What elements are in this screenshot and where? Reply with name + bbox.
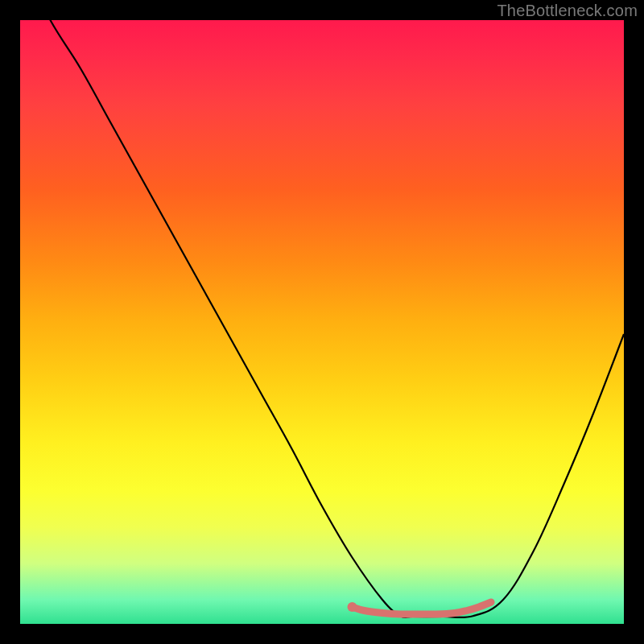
chart-svg	[20, 20, 624, 624]
optimal-point-marker	[348, 602, 357, 612]
watermark-text: TheBottleneck.com	[497, 2, 638, 20]
bottleneck-curve	[20, 0, 624, 617]
chart-container: TheBottleneck.com	[0, 0, 644, 644]
plot-area	[20, 20, 624, 624]
optimal-range-marker	[353, 602, 492, 614]
